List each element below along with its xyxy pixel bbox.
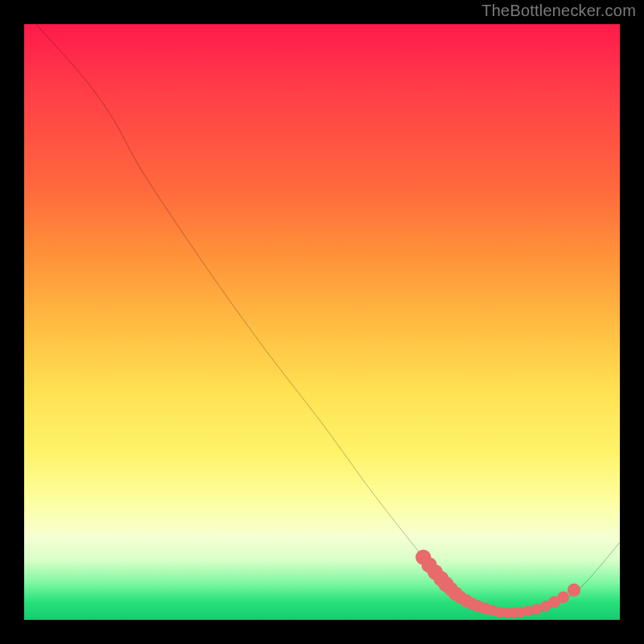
attribution-text: TheBottlenecker.com	[481, 2, 636, 20]
bottleneck-curve	[36, 24, 620, 615]
data-marker	[557, 591, 569, 603]
data-markers	[415, 550, 580, 618]
chart-frame: TheBottlenecker.com	[0, 0, 644, 644]
data-marker	[568, 584, 580, 597]
chart-svg	[24, 24, 620, 620]
plot-area	[24, 24, 620, 620]
